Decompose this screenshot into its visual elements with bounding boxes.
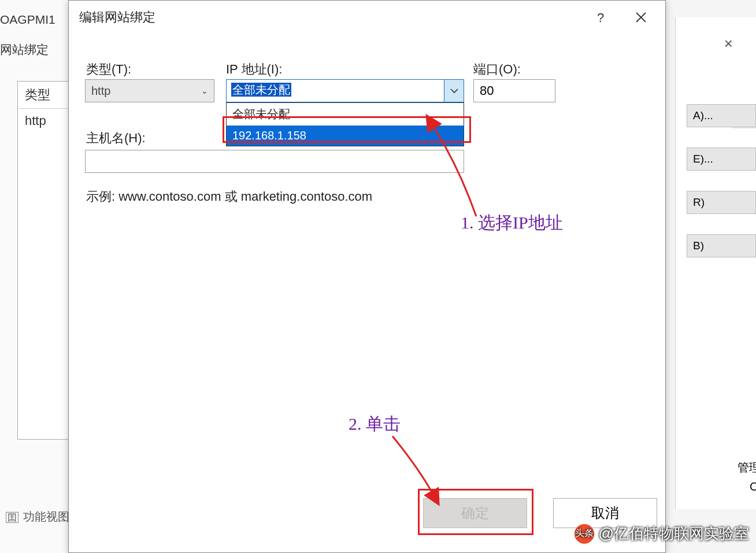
port-input[interactable] [473, 79, 555, 102]
type-select-value: http [91, 84, 110, 98]
label-type: 类型(T): [86, 61, 131, 78]
bg-btn-edit[interactable]: E)... [687, 148, 756, 171]
bg-btn-browse[interactable]: B) [687, 234, 756, 257]
hostname-example-text: 示例: www.contoso.com 或 marketing.contoso.… [86, 188, 372, 205]
background-right-panel: × 操作 A)... E)... R) B) 管理 C) [675, 17, 756, 509]
ok-button[interactable]: 确定 [423, 498, 527, 528]
type-select[interactable]: http ⌄ [85, 79, 214, 102]
view-icon: 囯 [6, 512, 18, 523]
dialog-title: 编辑网站绑定 [79, 9, 155, 26]
bg-btn-remove[interactable]: R) [687, 191, 756, 214]
chevron-down-icon [450, 88, 458, 94]
bg-table: 类型 http [17, 81, 69, 440]
label-ip: IP 地址(I): [226, 61, 282, 78]
close-button[interactable] [627, 6, 655, 28]
ip-selected-text: 全部未分配 [231, 83, 291, 97]
dialog-content: 类型(T): IP 地址(I): 端口(O): 主机名(H): http ⌄ 全… [69, 34, 665, 61]
edit-binding-dialog: 编辑网站绑定 ? 类型(T): IP 地址(I): 端口(O): 主机名(H):… [68, 0, 666, 553]
annotation-step1: 1. 选择IP地址 [461, 211, 563, 235]
chevron-down-icon: ⌄ [201, 86, 208, 95]
annotation-step2: 2. 单击 [349, 412, 401, 436]
hostname-input[interactable] [85, 150, 464, 173]
label-host: 主机名(H): [86, 130, 146, 147]
ip-address-value: 全部未分配 [227, 80, 444, 102]
ip-option-unassigned[interactable]: 全部未分配 [227, 103, 464, 126]
bg-mgr-label: 管理 [738, 460, 756, 475]
close-icon [635, 12, 647, 23]
watermark-logo-icon: 头条 [575, 524, 594, 544]
bg-server-label: OAGPMI1 [0, 13, 55, 27]
bg-close-icon[interactable]: × [724, 35, 733, 53]
bg-table-row-http: http [18, 109, 69, 133]
watermark-text: @亿佰特物联网实验室 [599, 523, 749, 544]
bg-bottom-view: 囯 功能视图 [6, 509, 69, 525]
bg-table-header-type: 类型 [18, 82, 69, 109]
bg-tab-label: 网站绑定 [0, 42, 49, 58]
bg-bottom-view-label: 功能视图 [23, 510, 69, 523]
watermark: 头条 @亿佰特物联网实验室 [575, 523, 749, 544]
label-port: 端口(O): [473, 61, 521, 78]
bg-c-label: C) [750, 480, 756, 493]
ip-option-address[interactable]: 192.168.1.158 [227, 126, 464, 146]
cancel-button-label: 取消 [591, 504, 619, 522]
background-left-panel: OAGPMI1 网站绑定 类型 http [0, 0, 69, 553]
ok-button-label: 确定 [461, 504, 489, 522]
ip-dropdown-button[interactable] [444, 80, 464, 102]
help-button[interactable]: ? [589, 8, 612, 28]
bg-btn-add[interactable]: A)... [687, 104, 756, 127]
ip-dropdown-list: 全部未分配 192.168.1.158 [226, 102, 464, 146]
dialog-titlebar: 编辑网站绑定 ? [69, 1, 665, 34]
ip-address-combobox[interactable]: 全部未分配 [226, 79, 464, 102]
